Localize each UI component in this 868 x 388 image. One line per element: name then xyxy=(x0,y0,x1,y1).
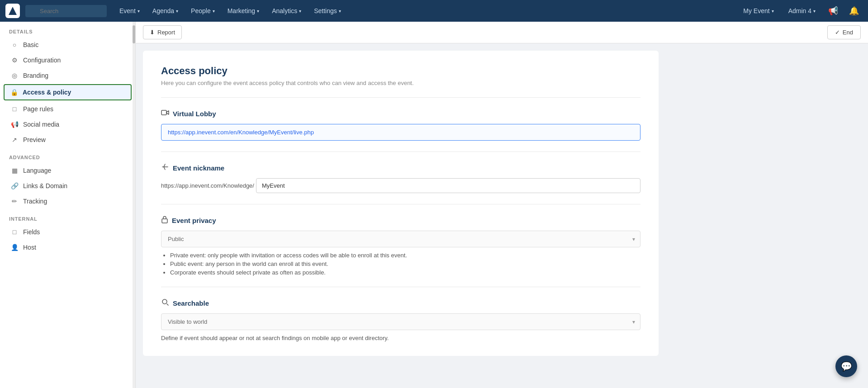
divider-3 xyxy=(161,204,640,204)
searchable-description: Define if event should appear or not at … xyxy=(161,335,640,341)
megaphone-icon: 📢 xyxy=(10,121,19,128)
nickname-row: https://app.inevent.com/Knowledge/ xyxy=(161,178,640,193)
logo[interactable] xyxy=(5,4,20,18)
nav-agenda[interactable]: Agenda ▾ xyxy=(147,5,184,17)
scrollbar-thumb xyxy=(133,25,135,43)
content-area: Access policy Here you can configure the… xyxy=(136,43,868,363)
chevron-down-icon: ▾ xyxy=(138,9,140,14)
check-icon: ✓ xyxy=(835,29,840,36)
virtual-lobby-header: Virtual Lobby xyxy=(161,109,640,118)
chevron-down-icon: ▾ xyxy=(813,9,816,14)
divider xyxy=(161,97,640,98)
chevron-down-icon: ▾ xyxy=(299,9,301,14)
info-list-item: Private event: only people with invitati… xyxy=(170,252,640,259)
divider-2 xyxy=(161,151,640,152)
sidebar-item-fields[interactable]: □ Fields xyxy=(0,224,135,240)
bell-icon[interactable]: 🔔 xyxy=(845,4,863,18)
video-icon xyxy=(161,109,169,118)
sidebar-item-social-media[interactable]: 📢 Social media xyxy=(0,117,135,132)
sidebar-section-internal: INTERNAL xyxy=(0,209,135,224)
content-card: Access policy Here you can configure the… xyxy=(143,51,659,356)
topnav: 🔍 Event ▾ Agenda ▾ People ▾ Marketing ▾ … xyxy=(0,0,868,22)
divider-4 xyxy=(161,287,640,287)
sidebar-item-links-domain[interactable]: 🔗 Links & Domain xyxy=(0,178,135,194)
searchable-header: Searchable xyxy=(161,298,640,308)
lock-privacy-icon xyxy=(161,215,168,225)
my-event-dropdown[interactable]: My Event ▾ xyxy=(738,5,779,17)
topnav-right: My Event ▾ Admin 4 ▾ 📢 🔔 xyxy=(738,4,863,18)
svg-point-2 xyxy=(162,299,167,304)
branding-icon: ◎ xyxy=(10,72,19,79)
info-list-item: Corporate events should select private a… xyxy=(170,269,640,276)
searchable-select[interactable]: Visible to world Hidden xyxy=(161,313,640,330)
toolbar: ⬇ Report ✓ End xyxy=(136,22,868,43)
sidebar-item-basic[interactable]: ○ Basic xyxy=(0,37,135,52)
nickname-icon xyxy=(161,163,169,173)
nickname-input[interactable] xyxy=(256,178,640,193)
notifications-icon[interactable]: 📢 xyxy=(825,4,842,18)
fields-icon: □ xyxy=(10,228,19,236)
external-link-icon: ↗ xyxy=(10,136,19,143)
circle-icon: ○ xyxy=(10,41,19,48)
chevron-down-icon: ▾ xyxy=(213,9,215,14)
nav-marketing[interactable]: Marketing ▾ xyxy=(222,5,265,17)
link-icon: 🔗 xyxy=(10,182,19,189)
logo-icon xyxy=(9,7,17,15)
svg-rect-0 xyxy=(161,110,166,115)
chevron-down-icon: ▾ xyxy=(772,9,774,14)
main-layout: DETAILS ○ Basic ⚙ Configuration ◎ Brandi… xyxy=(0,22,868,388)
sidebar-section-advanced: ADVANCED xyxy=(0,147,135,163)
sidebar-item-branding[interactable]: ◎ Branding xyxy=(0,68,135,83)
report-button[interactable]: ⬇ Report xyxy=(143,25,182,39)
page-title: Access policy xyxy=(161,65,640,77)
chat-fab-button[interactable]: 💬 xyxy=(835,355,857,377)
sidebar-item-preview[interactable]: ↗ Preview xyxy=(0,132,135,147)
sidebar-item-access-policy[interactable]: 🔒 Access & policy xyxy=(4,84,132,100)
scrollbar[interactable] xyxy=(133,22,135,388)
svg-rect-1 xyxy=(162,219,167,223)
event-nickname-header: Event nickname xyxy=(161,163,640,173)
nav-people[interactable]: People ▾ xyxy=(185,5,220,17)
chat-icon: 💬 xyxy=(841,361,852,372)
search-section-icon xyxy=(161,298,169,308)
download-icon: ⬇ xyxy=(150,29,155,36)
user-icon: 👤 xyxy=(10,244,19,251)
privacy-info-list: Private event: only people with invitati… xyxy=(161,252,640,276)
language-icon: ▦ xyxy=(10,167,19,174)
page-subtitle: Here you can configure the event access … xyxy=(161,80,640,86)
sidebar-item-tracking[interactable]: ✏ Tracking xyxy=(0,194,135,209)
chevron-down-icon: ▾ xyxy=(257,9,259,14)
event-privacy-header: Event privacy xyxy=(161,215,640,225)
end-button[interactable]: ✓ End xyxy=(827,25,861,39)
privacy-select[interactable]: Public Private xyxy=(161,231,640,247)
searchable-select-wrapper: Visible to world Hidden ▾ xyxy=(161,313,640,330)
chevron-down-icon: ▾ xyxy=(176,9,178,14)
nav-analytics[interactable]: Analytics ▾ xyxy=(266,5,307,17)
admin-dropdown[interactable]: Admin 4 ▾ xyxy=(783,5,821,17)
main-content: ⬇ Report ✓ End Access policy Here you ca… xyxy=(136,22,868,388)
privacy-select-wrapper: Public Private ▾ xyxy=(161,231,640,247)
sidebar-item-page-rules[interactable]: □ Page rules xyxy=(0,101,135,117)
lock-icon: 🔒 xyxy=(10,89,18,96)
sidebar: DETAILS ○ Basic ⚙ Configuration ◎ Brandi… xyxy=(0,22,136,388)
search-wrapper: 🔍 xyxy=(25,5,107,17)
chevron-down-icon: ▾ xyxy=(339,9,341,14)
info-list-item: Public event: any person in the world ca… xyxy=(170,260,640,267)
sidebar-item-host[interactable]: 👤 Host xyxy=(0,240,135,255)
nickname-prefix: https://app.inevent.com/Knowledge/ xyxy=(161,182,254,189)
search-input[interactable] xyxy=(25,5,107,17)
sidebar-item-configuration[interactable]: ⚙ Configuration xyxy=(0,52,135,68)
gear-icon: ⚙ xyxy=(10,57,19,64)
tracking-icon: ✏ xyxy=(10,198,19,205)
sidebar-item-language[interactable]: ▦ Language xyxy=(0,163,135,178)
virtual-lobby-url: https://app.inevent.com/en/Knowledge/MyE… xyxy=(161,124,640,141)
nav-event[interactable]: Event ▾ xyxy=(114,5,145,17)
page-icon: □ xyxy=(10,105,19,113)
nav-settings[interactable]: Settings ▾ xyxy=(308,5,346,17)
sidebar-section-details: DETAILS xyxy=(0,22,135,37)
